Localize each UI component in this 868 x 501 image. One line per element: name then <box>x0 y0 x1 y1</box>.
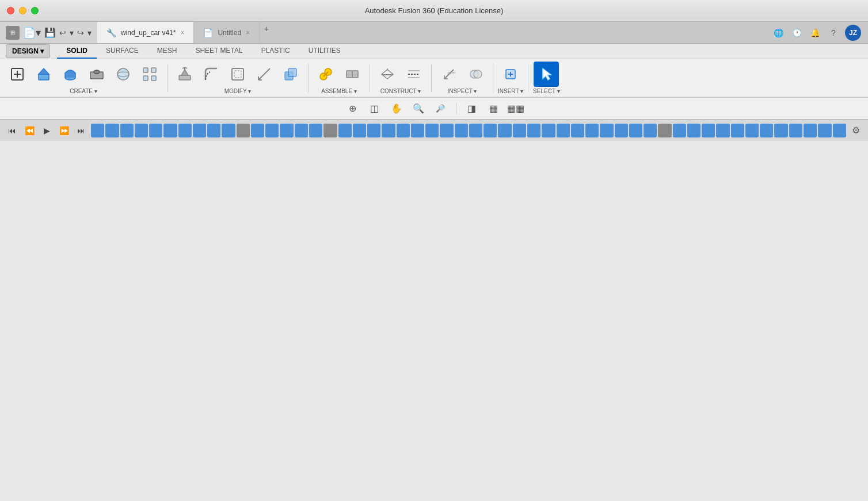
timeline-item[interactable] <box>527 124 540 137</box>
timeline-end-button[interactable]: ⏭ <box>74 123 89 138</box>
timeline-item[interactable] <box>687 124 701 137</box>
save-button[interactable]: 💾 <box>44 27 56 38</box>
timeline-item[interactable] <box>469 124 482 137</box>
timeline-item[interactable] <box>789 124 802 137</box>
close-button[interactable] <box>7 7 14 14</box>
timeline-item[interactable] <box>163 124 177 137</box>
timeline-item[interactable] <box>425 124 439 137</box>
timeline-item[interactable] <box>804 124 817 137</box>
timeline-item[interactable] <box>716 124 729 137</box>
joint-button[interactable] <box>313 62 338 87</box>
tab-mesh[interactable]: MESH <box>148 44 186 59</box>
timeline-item[interactable] <box>105 124 119 137</box>
timeline-item[interactable] <box>207 124 220 137</box>
timeline-item[interactable] <box>615 124 628 137</box>
minimize-button[interactable] <box>19 7 26 14</box>
offset-plane-button[interactable] <box>375 62 400 87</box>
active-tab-close[interactable]: × <box>180 29 184 37</box>
combine-button[interactable] <box>278 62 303 87</box>
midplane-button[interactable] <box>401 62 427 87</box>
timeline-item[interactable] <box>178 124 192 137</box>
insert-button[interactable] <box>498 62 523 87</box>
help-button[interactable]: ? <box>827 26 840 40</box>
timeline-settings-button[interactable]: ⚙ <box>848 123 863 138</box>
untitled-tab[interactable]: 📄 Untitled × <box>194 22 260 43</box>
tab-solid[interactable]: SOLID <box>57 44 97 59</box>
timeline-play-button[interactable]: ▶ <box>39 123 54 138</box>
select-button[interactable] <box>534 62 559 87</box>
timeline-item[interactable] <box>498 124 511 137</box>
shell-button[interactable] <box>225 62 250 87</box>
zoom-button[interactable]: 🔍 <box>410 101 427 117</box>
timeline-item[interactable] <box>629 124 642 137</box>
timeline-start-button[interactable]: ⏮ <box>5 123 20 138</box>
timeline-item[interactable] <box>411 124 424 137</box>
tab-plastic[interactable]: PLASTIC <box>252 44 299 59</box>
timeline-item[interactable] <box>397 124 410 137</box>
timeline-item[interactable] <box>455 124 468 137</box>
timeline-item[interactable] <box>673 124 686 137</box>
timeline-item[interactable] <box>774 124 787 137</box>
undo-dropdown[interactable]: ▾ <box>70 28 74 37</box>
timeline-item[interactable] <box>135 124 148 137</box>
timeline-item[interactable] <box>760 124 773 137</box>
timeline-item[interactable] <box>295 124 308 137</box>
new-component-button[interactable] <box>5 62 30 87</box>
timeline-item[interactable] <box>222 124 235 137</box>
grid-snap-button[interactable]: ▦▦ <box>507 101 524 117</box>
file-menu-button[interactable]: 📄▾ <box>23 26 41 39</box>
orbit-button[interactable]: ⊕ <box>344 101 361 117</box>
timeline-item[interactable] <box>745 124 759 137</box>
revolve-button[interactable] <box>58 62 83 87</box>
app-grid-button[interactable]: ⊞ <box>6 26 20 40</box>
timeline-forward-button[interactable]: ⏩ <box>56 123 71 138</box>
pattern-button[interactable] <box>137 62 162 87</box>
display-mode-button[interactable]: ◨ <box>463 101 481 117</box>
timeline-item[interactable] <box>513 124 526 137</box>
globe-button[interactable]: 🌐 <box>771 26 785 40</box>
push-pull-button[interactable] <box>172 62 197 87</box>
timeline-item[interactable] <box>251 124 264 137</box>
timeline-item[interactable] <box>600 124 613 137</box>
timeline-item[interactable] <box>382 124 395 137</box>
timeline-item[interactable] <box>120 124 134 137</box>
sphere-button[interactable] <box>111 62 136 87</box>
timeline-item[interactable] <box>265 124 279 137</box>
redo-dropdown[interactable]: ▾ <box>87 28 92 37</box>
add-tab-button[interactable]: + <box>260 22 273 36</box>
maximize-button[interactable] <box>31 7 39 14</box>
fillet-button[interactable] <box>199 62 224 87</box>
extrude-button[interactable] <box>31 62 56 87</box>
bell-button[interactable]: 🔔 <box>808 26 822 40</box>
timeline-item[interactable] <box>731 124 744 137</box>
tab-sheet-metal[interactable]: SHEET METAL <box>186 44 252 59</box>
timeline-item[interactable] <box>484 124 497 137</box>
timeline-item[interactable] <box>338 124 352 137</box>
timeline-item[interactable] <box>193 124 206 137</box>
tab-surface[interactable]: SURFACE <box>97 44 148 59</box>
timeline-item[interactable] <box>833 124 846 137</box>
undo-button[interactable]: ↩ <box>59 28 66 37</box>
timeline-item[interactable] <box>323 124 337 137</box>
interference-button[interactable] <box>463 62 488 87</box>
hole-button[interactable] <box>84 62 109 87</box>
timeline-item[interactable] <box>571 124 584 137</box>
timeline-item[interactable] <box>557 124 570 137</box>
timeline-item[interactable] <box>309 124 322 137</box>
timeline-item[interactable] <box>91 124 104 137</box>
timeline-item[interactable] <box>440 124 453 137</box>
timeline-item[interactable] <box>658 124 671 137</box>
effects-button[interactable]: ▦ <box>485 101 502 117</box>
untitled-tab-close[interactable]: × <box>246 29 250 37</box>
timeline-item[interactable] <box>542 124 555 137</box>
scale-button[interactable] <box>252 62 277 87</box>
timeline-item[interactable] <box>702 124 715 137</box>
zoom-fit-button[interactable]: 🔎 <box>432 101 449 117</box>
design-mode-button[interactable]: DESIGN ▾ <box>6 44 50 58</box>
timeline-item[interactable] <box>585 124 599 137</box>
timeline-item[interactable] <box>237 124 250 137</box>
timeline-item[interactable] <box>818 124 831 137</box>
timeline-item[interactable] <box>367 124 380 137</box>
active-tab[interactable]: 🔧 wind_up_car v41* × <box>97 22 194 43</box>
timeline-item[interactable] <box>353 124 366 137</box>
